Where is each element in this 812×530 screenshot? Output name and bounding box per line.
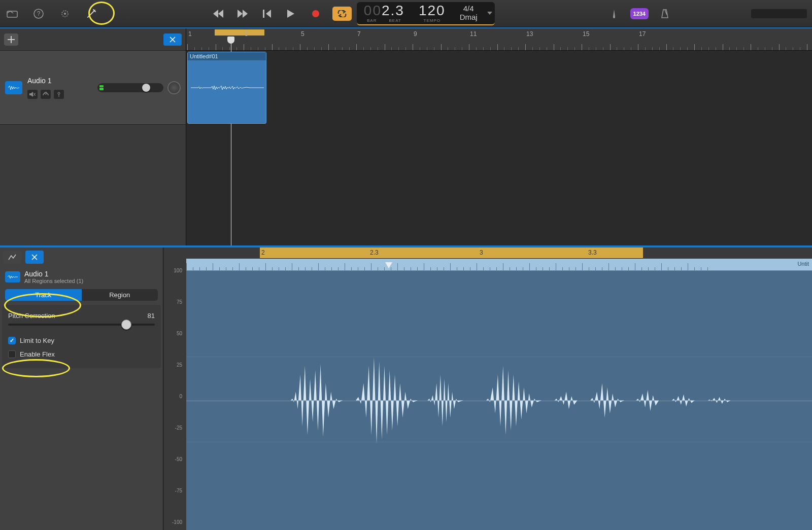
editor-track-icon <box>5 271 20 282</box>
editor-yaxis: 1007550250-25-50-75-100 <box>163 248 186 530</box>
editor-title: Audio 1 <box>24 270 83 278</box>
slider-thumb[interactable] <box>121 320 131 330</box>
yaxis-label: 50 <box>165 331 184 336</box>
editor-tabs: Track Region <box>0 287 163 303</box>
track-row[interactable]: Audio 1 <box>0 51 186 125</box>
ruler-pre <box>186 248 260 259</box>
yaxis-label: -100 <box>165 519 184 525</box>
lcd-key[interactable]: Dmaj <box>460 13 478 22</box>
svg-point-7 <box>613 16 615 18</box>
add-track-button[interactable] <box>4 33 18 46</box>
svg-point-4 <box>64 13 66 15</box>
forward-button[interactable] <box>235 6 250 21</box>
help-icon[interactable]: ? <box>31 7 46 21</box>
editor-sidebar: Audio 1 All Regions selected (1) Track R… <box>0 248 163 530</box>
editor-sub-ruler[interactable]: Untit <box>186 259 812 271</box>
pan-knob[interactable] <box>167 81 181 94</box>
count-in-badge[interactable]: 1234 <box>630 8 649 19</box>
editor-region-label: Untit <box>797 261 809 267</box>
editor-subtitle: All Regions selected (1) <box>24 278 83 284</box>
enable-flex-checkbox[interactable] <box>8 350 16 358</box>
ruler-number: 9 <box>414 28 417 38</box>
editor-waveform[interactable] <box>186 271 812 530</box>
pitch-correction-slider[interactable] <box>8 324 155 326</box>
svg-rect-5 <box>263 10 264 18</box>
track-header-config-button[interactable] <box>163 33 182 46</box>
level-meter-icon <box>99 85 104 90</box>
lcd-tempo-label: TEMPO <box>424 18 441 23</box>
play-button[interactable] <box>284 6 299 21</box>
editor-area: Audio 1 All Regions selected (1) Track R… <box>0 245 812 530</box>
editor-ruler-number: 2 <box>261 249 265 256</box>
metronome-icon[interactable] <box>658 7 672 21</box>
editor-catch-button[interactable] <box>25 251 44 264</box>
master-volume[interactable] <box>751 9 807 18</box>
editor-ruler-number: 2.3 <box>370 249 379 256</box>
top-toolbar: ? 002.3 BARBEAT <box>0 0 812 27</box>
input-monitor-button[interactable] <box>54 90 64 99</box>
tracks-area: Audio 1 <box>0 28 812 245</box>
tab-region[interactable]: Region <box>82 289 158 301</box>
audio-region[interactable]: Untitled#01 <box>187 52 266 124</box>
editor-ruler-number: 3 <box>480 249 483 256</box>
playhead-marker[interactable] <box>227 37 234 44</box>
svg-text:?: ? <box>37 10 41 17</box>
cycle-region[interactable] <box>215 29 264 36</box>
svg-point-6 <box>312 10 319 17</box>
limit-to-key-label: Limit to Key <box>20 337 54 344</box>
library-icon[interactable] <box>5 7 19 21</box>
yaxis-label: 25 <box>165 362 184 368</box>
region-waveform <box>191 83 264 93</box>
ruler-number: 17 <box>639 28 646 38</box>
lcd-bar-prefix: 00 <box>364 3 382 18</box>
transport-controls <box>211 6 352 21</box>
lcd-bar-label: BAR <box>367 18 377 23</box>
pitch-correction-value: 81 <box>148 312 155 320</box>
svg-point-12 <box>58 92 60 94</box>
ruler-post <box>643 248 812 259</box>
ruler-number: 15 <box>583 28 589 38</box>
editor-ruler-number: 3.3 <box>588 249 597 256</box>
ruler-number: 3 <box>245 28 248 38</box>
track-volume-slider[interactable] <box>97 83 163 92</box>
yaxis-label: 100 <box>165 268 184 273</box>
mute-button[interactable] <box>27 90 38 99</box>
ruler-number: 5 <box>301 28 304 38</box>
lcd-bar-value: 2.3 <box>382 3 404 18</box>
rewind-button[interactable] <box>211 6 226 21</box>
record-button[interactable] <box>308 6 323 21</box>
ruler-number: 1 <box>188 28 192 38</box>
smart-controls-icon[interactable] <box>58 7 72 21</box>
stop-button[interactable] <box>259 6 275 21</box>
editor-canvas[interactable]: 22.333.3 Untit <box>186 248 812 530</box>
tuner-icon[interactable] <box>607 7 621 21</box>
lcd-tempo[interactable]: 120 <box>419 4 446 18</box>
track-name-label: Audio 1 <box>27 77 92 85</box>
lcd-dropdown-icon[interactable] <box>485 2 495 24</box>
yaxis-label: -50 <box>165 456 184 462</box>
tracks-sidebar: Audio 1 <box>0 28 186 245</box>
yaxis-label: 75 <box>165 299 184 305</box>
yaxis-label: -75 <box>165 488 184 493</box>
timeline-ruler[interactable]: 1357911131517 <box>186 28 812 51</box>
enable-flex-label: Enable Flex <box>20 350 55 358</box>
lcd-display[interactable]: 002.3 BARBEAT 120 TEMPO 4/4 Dmaj <box>357 2 495 25</box>
editor-view-toggle[interactable] <box>3 251 21 264</box>
volume-thumb[interactable] <box>142 84 150 92</box>
cycle-button[interactable] <box>332 7 352 21</box>
editor-main: 1007550250-25-50-75-100 22.333.3 Untit <box>163 248 812 530</box>
lcd-timesig[interactable]: 4/4 <box>463 5 474 13</box>
region-name: Untitled#01 <box>188 52 266 60</box>
editors-icon[interactable] <box>84 7 98 21</box>
tab-track[interactable]: Track <box>5 289 82 301</box>
limit-to-key-row[interactable]: Limit to Key <box>8 334 155 347</box>
ruler-number: 7 <box>357 28 361 38</box>
pitch-correction-label: Pitch Correction <box>8 312 55 320</box>
lcd-beat-label: BEAT <box>389 18 401 23</box>
ruler-number: 13 <box>526 28 533 38</box>
solo-button[interactable] <box>41 90 51 99</box>
arrange-timeline[interactable]: 1357911131517 Untitled#01 <box>186 28 812 245</box>
limit-to-key-checkbox[interactable] <box>8 337 16 344</box>
editor-ruler[interactable]: 22.333.3 <box>186 248 812 259</box>
enable-flex-row[interactable]: Enable Flex <box>8 347 155 361</box>
